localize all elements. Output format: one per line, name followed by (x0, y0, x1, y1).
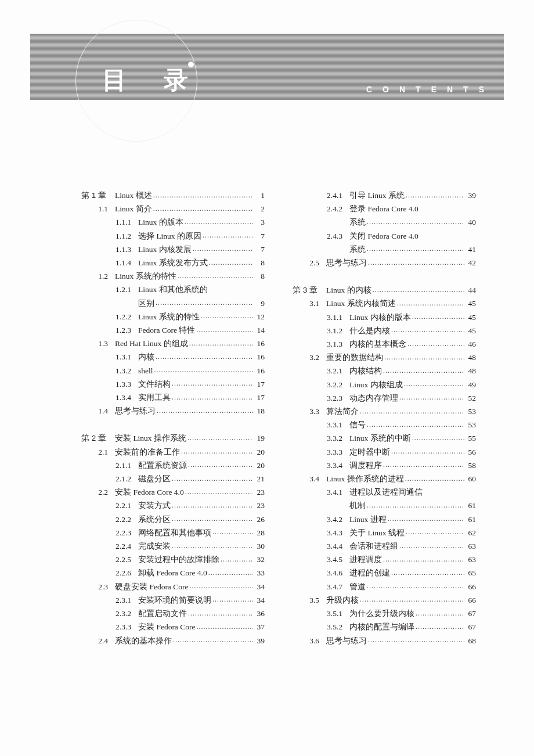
page-number: 61 (466, 513, 476, 526)
page-number: 37 (254, 620, 265, 633)
subsection-number: 2.3.2 (81, 607, 138, 620)
dot-leader (360, 595, 464, 603)
dot-leader (209, 258, 253, 266)
toc-entry: 3.4.5进程调度63 (293, 553, 476, 566)
entry-label: 进程以及进程间通信 (349, 485, 423, 499)
toc-entry: 3.1.3内核的基本概念46 (293, 337, 476, 351)
entry-label: Linux 概述 (115, 189, 152, 202)
section-number: 2.2 (81, 485, 115, 499)
entry-label: 什么是内核 (349, 324, 390, 337)
dot-leader (384, 352, 464, 361)
entry-label: 调度程序 (349, 459, 382, 472)
entry-label: 进程的创建 (349, 566, 390, 579)
toc-gap (81, 417, 265, 431)
subsection-number: 3.3.4 (293, 459, 349, 472)
page-number: 32 (254, 553, 265, 566)
toc-entry: 1.1.1Linux 的版本3 (81, 215, 265, 229)
entry-label: 进程调度 (349, 553, 382, 566)
toc-entry: 1.3.2shell16 (81, 364, 265, 377)
dot-leader (412, 312, 464, 320)
dot-leader (212, 527, 253, 535)
toc-entry: 3.4.2Linux 进程61 (293, 513, 476, 526)
entry-label: 磁盘分区 (138, 472, 171, 485)
toc-entry: 3.4.1进程以及进程间通信 (293, 485, 476, 499)
toc-entry: 3.3.2Linux 系统的中断55 (293, 431, 476, 445)
toc-entry: 2.4.1引导 Linux 系统39 (293, 189, 476, 202)
entry-label: 安装 Fedora Core 4.0 (115, 485, 184, 499)
page-number: 39 (254, 634, 265, 647)
page-number: 23 (254, 499, 265, 512)
entry-label: 配置启动文件 (138, 607, 187, 620)
page-number: 52 (466, 391, 476, 405)
subsection-number: 3.3.3 (293, 445, 349, 459)
page-number: 61 (466, 499, 476, 512)
entry-label: 动态内存管理 (349, 391, 398, 405)
dot-leader (367, 501, 464, 509)
dot-leader (416, 609, 464, 617)
dot-leader (416, 622, 464, 630)
dot-leader (156, 298, 253, 306)
toc-entry: 3.1Linux 系统内核简述45 (293, 297, 476, 310)
section-number: 3.3 (293, 405, 326, 418)
dot-leader (367, 420, 464, 428)
entry-label: 思考与练习 (115, 404, 156, 417)
subsection-number: 1.3.2 (81, 364, 138, 377)
toc-entry: 2.2安装 Fedora Core 4.023 (81, 485, 265, 499)
toc-entry: 2.3硬盘安装 Fedora Core34 (81, 580, 265, 593)
dot-leader (391, 568, 464, 576)
toc-entry: 1.1.4Linux 系统发布方式8 (81, 256, 265, 269)
toc-entry: 3.2.2Linux 内核组成49 (293, 378, 476, 391)
dot-leader (368, 635, 464, 643)
subsection-number: 2.2.5 (81, 553, 138, 566)
entry-label: 安装过程中的故障排除 (138, 553, 219, 566)
page-number: 9 (254, 297, 265, 310)
entry-label: Red Hat Linux 的组成 (115, 337, 188, 350)
subsection-number: 1.3.3 (81, 377, 138, 391)
entry-label: Linux 内核组成 (349, 378, 403, 391)
toc-entry: 1.3.4实用工具17 (81, 391, 265, 404)
toc-entry: 3.1.1Linux 内核的版本45 (293, 311, 476, 324)
entry-label: 关于 Linux 线程 (349, 526, 405, 539)
page-number: 30 (254, 539, 265, 553)
toc-entry: 1.3Red Hat Linux 的组成16 (81, 337, 265, 350)
dot-leader (367, 217, 464, 225)
subsection-number: 2.2.2 (81, 513, 138, 526)
toc-entry: 系统41 (293, 243, 476, 256)
page-number: 45 (466, 324, 476, 337)
dot-leader (196, 622, 253, 630)
toc-entry: 2.3.3安装 Fedora Core37 (81, 620, 265, 633)
subsection-number: 3.3.1 (293, 418, 349, 431)
page-number: 2 (254, 202, 265, 215)
entry-label: 内核的配置与编译 (349, 620, 414, 633)
section-number: 2.3 (81, 580, 115, 593)
entry-label: Linux 系统内核简述 (326, 297, 396, 310)
page-number: 21 (254, 472, 265, 485)
toc-column-left: 第 1 章Linux 概述11.1Linux 简介21.1.1Linux 的版本… (81, 189, 265, 647)
subsection-number: 3.2.2 (293, 378, 349, 391)
page-number: 44 (466, 283, 476, 297)
entry-label: 网络配置和其他事项 (138, 526, 211, 539)
dot-leader (189, 339, 253, 347)
dot-leader (388, 514, 464, 522)
toc-entry: 1.2.2Linux 系统的特性12 (81, 310, 265, 323)
entry-label: 系统 (349, 243, 366, 256)
page-number: 1 (254, 189, 265, 202)
entry-label: Linux 系统发布方式 (138, 256, 208, 269)
page-number: 33 (254, 566, 265, 579)
section-number: 1.1 (81, 202, 115, 215)
subsection-number: 1.2.2 (81, 310, 138, 323)
entry-label: 机制 (349, 499, 366, 512)
entry-label: 系统的基本操作 (115, 634, 172, 647)
page-number: 67 (466, 620, 476, 633)
page-number: 56 (466, 445, 476, 459)
dot-leader (178, 271, 253, 279)
page-number: 14 (254, 323, 265, 337)
dot-leader (367, 244, 464, 252)
page-number: 12 (254, 310, 265, 323)
dot-leader (383, 460, 464, 468)
dot-leader (391, 325, 464, 333)
entry-label: 内核的基本概念 (349, 337, 406, 351)
page-number: 45 (466, 297, 476, 310)
page-number: 62 (466, 526, 476, 539)
entry-label: Linux 的版本 (138, 215, 183, 229)
